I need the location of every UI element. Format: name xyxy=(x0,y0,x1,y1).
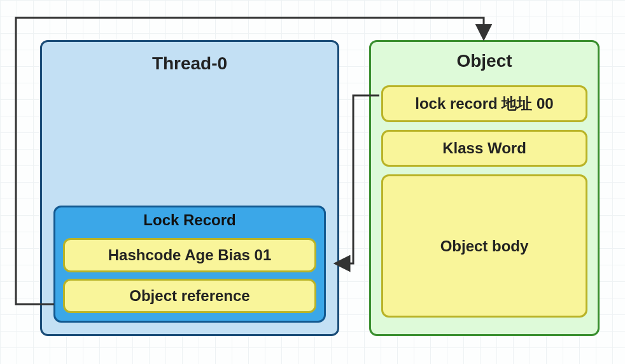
lock-record-row-object-ref: Object reference xyxy=(63,279,316,313)
lock-record-box: Lock Record Hashcode Age Bias 01 Object … xyxy=(53,206,326,323)
object-box: Object lock record 地址 00 Klass Word Obje… xyxy=(369,40,600,336)
lock-record-row-hashcode: Hashcode Age Bias 01 xyxy=(63,238,316,272)
thread-box: Thread-0 Lock Record Hashcode Age Bias 0… xyxy=(40,40,339,336)
thread-title: Thread-0 xyxy=(42,53,337,74)
object-row-lock-address: lock record 地址 00 xyxy=(381,85,587,122)
object-row-body: Object body xyxy=(381,174,587,318)
lock-record-title: Lock Record xyxy=(55,211,324,229)
object-row-klass-word: Klass Word xyxy=(381,130,587,167)
object-title: Object xyxy=(371,51,598,71)
